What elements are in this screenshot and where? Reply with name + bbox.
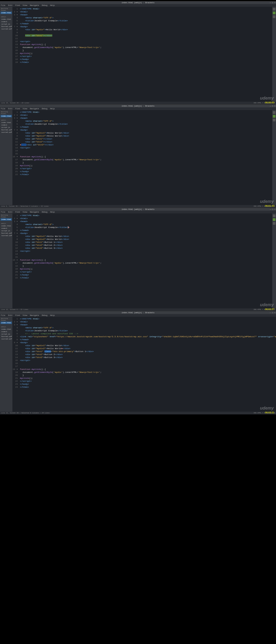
line-gutter: 12 ▾3 ▾4567 ▾8910111213141516 ▾171819202… bbox=[12, 213, 19, 308]
menu-bar[interactable]: File Edit Find View Navigate Debug Help bbox=[0, 211, 276, 213]
menu-file[interactable]: File bbox=[1, 108, 5, 110]
sidebar-file[interactable]: index.html bbox=[1, 18, 12, 21]
menu-bar[interactable]: File Edit Find View Navigate Debug Help bbox=[0, 107, 276, 110]
extension-bar bbox=[272, 7, 276, 102]
menu-find[interactable]: Find bbox=[15, 211, 20, 213]
menu-edit[interactable]: Edit bbox=[8, 211, 13, 213]
menu-navigate[interactable]: Navigate bbox=[30, 314, 39, 316]
menu-navigate[interactable]: Navigate bbox=[30, 4, 39, 6]
sidebar-file[interactable]: index.html bbox=[1, 121, 12, 124]
sidebar-file[interactable]: Source1.pdf bbox=[1, 25, 12, 28]
status-left: Line 12, Column 28 — Selected 8 columns … bbox=[1, 412, 50, 414]
sidebar-project[interactable]: webjs bbox=[1, 222, 12, 225]
menu-find[interactable]: Find bbox=[15, 4, 20, 6]
sidebar-file[interactable]: index1 bbox=[1, 227, 12, 230]
menu-debug[interactable]: Debug bbox=[42, 4, 47, 6]
extension-icon[interactable] bbox=[273, 218, 275, 221]
editor-window: index.html (webjs) - Brackets — ▢ ✕ File… bbox=[0, 311, 276, 414]
window-controls[interactable]: — ▢ ✕ bbox=[270, 105, 275, 107]
code-area[interactable]: <!DOCTYPE html><html><head> <meta charse… bbox=[19, 317, 276, 412]
menu-navigate[interactable]: Navigate bbox=[30, 108, 39, 110]
code-area[interactable]: <!DOCTYPE html><html><head> <meta charse… bbox=[19, 7, 272, 102]
window-controls[interactable]: — ▢ ✕ bbox=[270, 1, 275, 4]
sidebar-project[interactable]: webjs bbox=[1, 326, 12, 328]
menu-file[interactable]: File bbox=[1, 4, 5, 6]
menu-help[interactable]: Help bbox=[50, 314, 55, 316]
sidebar-file[interactable]: source2.pdf bbox=[1, 234, 12, 237]
sidebar-file[interactable]: Source1.pdf bbox=[1, 335, 12, 338]
code-area[interactable]: <!DOCTYPE html><html><head> <meta charse… bbox=[19, 110, 272, 205]
menu-debug[interactable]: Debug bbox=[42, 211, 47, 213]
sidebar-file[interactable]: index1 bbox=[1, 21, 12, 23]
menu-view[interactable]: View bbox=[23, 211, 27, 213]
live-preview-icon[interactable] bbox=[273, 111, 275, 114]
sidebar-file[interactable]: index1 bbox=[1, 330, 12, 333]
live-preview-icon[interactable] bbox=[273, 214, 275, 217]
title-bar: index.html (webjs) - Brackets — ▢ ✕ bbox=[0, 1, 276, 4]
udemy-logo: udemy bbox=[260, 96, 274, 101]
menu-debug[interactable]: Debug bbox=[42, 108, 47, 110]
menu-navigate[interactable]: Navigate bbox=[30, 211, 39, 213]
menu-debug[interactable]: Debug bbox=[42, 314, 47, 316]
sidebar-file[interactable]: index.html bbox=[1, 328, 12, 330]
menu-view[interactable]: View bbox=[23, 4, 27, 6]
menu-find[interactable]: Find bbox=[15, 314, 20, 316]
status-bar: Line 8, Column 46 — Selected 4 columns —… bbox=[0, 205, 276, 208]
status-left: Line 12, Column 6 — 22 Lines bbox=[1, 308, 28, 311]
window-controls[interactable]: — ▢ ✕ bbox=[270, 208, 275, 211]
sidebar-file[interactable]: script.js bbox=[1, 230, 12, 232]
sidebar: Working Files index.html webjs index.htm… bbox=[0, 213, 12, 308]
sidebar-file[interactable]: source2.pdf bbox=[1, 338, 12, 340]
extension-icon[interactable] bbox=[273, 119, 275, 121]
sidebar-file[interactable]: Source1.pdf bbox=[1, 232, 12, 234]
sidebar-file[interactable]: script.js bbox=[1, 333, 12, 335]
extension-icon[interactable] bbox=[273, 12, 275, 14]
sidebar-file[interactable]: script.js bbox=[1, 126, 12, 129]
sidebar-active-file[interactable]: index.html bbox=[1, 322, 12, 324]
menu-edit[interactable]: Edit bbox=[8, 4, 13, 6]
extension-icon[interactable] bbox=[273, 115, 275, 118]
sidebar-file[interactable]: index1 bbox=[1, 124, 12, 126]
window-title: index.html (webjs) - Brackets bbox=[122, 2, 154, 4]
sidebar-file[interactable]: Source1.pdf bbox=[1, 129, 12, 131]
video-timestamp: 00:01:40 bbox=[265, 205, 274, 207]
title-bar: index.html (webjs) - Brackets — ▢ ✕ bbox=[0, 208, 276, 211]
sidebar-working-files: Working Files bbox=[1, 214, 12, 218]
sidebar-active-file[interactable]: index.html bbox=[1, 12, 12, 14]
menu-bar[interactable]: File Edit Find View Navigate Debug Help bbox=[0, 314, 276, 317]
menu-file[interactable]: File bbox=[1, 211, 5, 213]
menu-help[interactable]: Help bbox=[50, 211, 55, 213]
sidebar-file[interactable]: index.html bbox=[1, 225, 12, 227]
menu-file[interactable]: File bbox=[1, 314, 5, 316]
sidebar-active-file[interactable]: index.html bbox=[1, 115, 12, 117]
sidebar: Working Files index.html webjs index.htm… bbox=[0, 317, 12, 412]
status-left: Line 10, Column 28 — 19 Lines bbox=[1, 102, 29, 104]
code-editor[interactable]: 12 ▾3 ▾4567 ▾8910111213141516171819 <!DO… bbox=[12, 7, 272, 102]
menu-view[interactable]: View bbox=[23, 314, 27, 316]
menu-help[interactable]: Help bbox=[50, 4, 55, 6]
sidebar-file[interactable]: source2.pdf bbox=[1, 28, 12, 30]
sidebar-project[interactable]: webjs bbox=[1, 16, 12, 18]
live-preview-icon[interactable] bbox=[273, 8, 275, 11]
udemy-logo: udemy bbox=[260, 406, 274, 411]
extension-icon[interactable] bbox=[273, 222, 275, 225]
window-controls[interactable]: — ▢ ✕ bbox=[270, 311, 275, 314]
code-editor[interactable]: 12 ▾3 ▾4567 ▾8910111213141516 ▾171819202… bbox=[12, 213, 272, 308]
sidebar-file[interactable]: source2.pdf bbox=[1, 131, 12, 134]
code-area[interactable]: <!DOCTYPE html><html><head> <meta charse… bbox=[19, 213, 272, 308]
sidebar-project[interactable]: webjs bbox=[1, 119, 12, 121]
code-editor[interactable]: 12 ▾3 ▾4567 ▾8910111213141516 ▾171819202… bbox=[12, 110, 272, 205]
sidebar-active-file[interactable]: index.html bbox=[1, 218, 12, 221]
line-gutter: 12 ▾3 ▾456789 ▾101112131415161718 ▾19202… bbox=[12, 317, 19, 412]
menu-bar[interactable]: File Edit Find View Navigate Debug Help bbox=[0, 4, 276, 7]
extension-icon[interactable] bbox=[273, 15, 275, 18]
menu-help[interactable]: Help bbox=[50, 108, 55, 110]
menu-edit[interactable]: Edit bbox=[8, 314, 13, 316]
sidebar-file[interactable]: script.js bbox=[1, 23, 12, 25]
menu-find[interactable]: Find bbox=[15, 108, 20, 110]
video-timestamp: 00:03:21 bbox=[265, 411, 274, 414]
code-editor[interactable]: 12 ▾3 ▾456789 ▾101112131415161718 ▾19202… bbox=[12, 317, 276, 412]
editor-window: index.html (webjs) - Brackets — ▢ ✕ File… bbox=[0, 104, 276, 208]
menu-view[interactable]: View bbox=[23, 108, 27, 110]
menu-edit[interactable]: Edit bbox=[8, 108, 13, 110]
